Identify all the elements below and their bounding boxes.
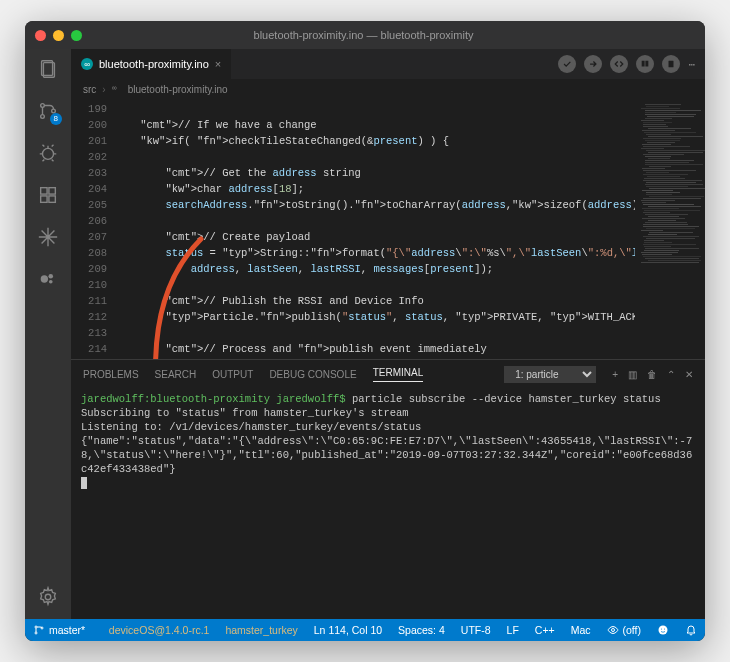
editor-window: bluetooth-proximity.ino — bluetooth-prox… <box>25 21 705 641</box>
tab-search[interactable]: SEARCH <box>155 369 197 380</box>
tab-output[interactable]: OUTPUT <box>212 369 253 380</box>
activity-bar: 8 <box>25 49 71 619</box>
terminal-picker[interactable]: 1: particle <box>504 366 596 383</box>
minimize-window-button[interactable] <box>53 30 64 41</box>
star-icon[interactable] <box>36 225 60 249</box>
maximize-panel-icon[interactable]: ⌃ <box>667 369 675 380</box>
svg-rect-6 <box>41 188 47 194</box>
code-icon[interactable] <box>610 55 628 73</box>
source-control-icon[interactable]: 8 <box>36 99 60 123</box>
svg-point-18 <box>611 629 614 632</box>
feedback-icon[interactable] <box>649 619 677 641</box>
tab-problems[interactable]: PROBLEMS <box>83 369 139 380</box>
zoom-window-button[interactable] <box>71 30 82 41</box>
tab-label: bluetooth-proximity.ino <box>99 58 209 70</box>
device-os[interactable]: deviceOS@1.4.0-rc.1 <box>101 619 218 641</box>
scm-badge: 8 <box>50 113 62 125</box>
tab-file[interactable]: ∞ bluetooth-proximity.ino × <box>71 49 232 79</box>
preview-toggle[interactable]: (off) <box>599 619 649 641</box>
terminal-output[interactable]: jaredwolff:bluetooth-proximity jaredwolf… <box>71 388 705 619</box>
tab-terminal[interactable]: TERMINAL <box>373 367 424 382</box>
tab-bar: ∞ bluetooth-proximity.ino × ⋯ <box>71 49 705 79</box>
new-terminal-icon[interactable]: + <box>612 369 618 380</box>
svg-point-11 <box>48 274 53 279</box>
particle-icon[interactable] <box>36 267 60 291</box>
extensions-icon[interactable] <box>36 183 60 207</box>
arduino-file-icon: ∞ <box>112 84 122 94</box>
editor-toolbar: ⋯ <box>232 49 705 79</box>
svg-rect-8 <box>41 196 47 202</box>
svg-point-16 <box>35 632 37 634</box>
svg-point-12 <box>49 280 53 284</box>
tab-close-icon[interactable]: × <box>215 58 221 70</box>
window-title: bluetooth-proximity.ino — bluetooth-prox… <box>82 29 645 41</box>
eol[interactable]: LF <box>499 619 527 641</box>
panel-tabs: PROBLEMS SEARCH OUTPUT DEBUG CONSOLE TER… <box>71 360 705 388</box>
language-mode[interactable]: C++ <box>527 619 563 641</box>
svg-rect-9 <box>49 196 55 202</box>
book-icon[interactable] <box>636 55 654 73</box>
code-area[interactable]: "cmt">// If we have a change "kw">if( "f… <box>115 99 635 359</box>
close-window-button[interactable] <box>35 30 46 41</box>
notifications-bell-icon[interactable] <box>677 619 705 641</box>
more-icon[interactable]: ⋯ <box>688 58 695 71</box>
arduino-file-icon: ∞ <box>81 58 93 70</box>
verify-icon[interactable] <box>558 55 576 73</box>
platform[interactable]: Mac <box>563 619 599 641</box>
editor-main: ∞ bluetooth-proximity.ino × ⋯ src › ∞ bl… <box>71 49 705 619</box>
breadcrumb[interactable]: src › ∞ bluetooth-proximity.ino <box>71 79 705 99</box>
app-body: 8 ∞ bluetooth-prox <box>25 49 705 619</box>
svg-rect-14 <box>669 61 674 68</box>
debug-icon[interactable] <box>36 141 60 165</box>
minimap[interactable] <box>635 99 705 359</box>
target-device[interactable]: hamster_turkey <box>217 619 305 641</box>
indent[interactable]: Spaces: 4 <box>390 619 453 641</box>
git-branch[interactable]: master* <box>25 619 93 641</box>
svg-point-20 <box>661 629 662 630</box>
close-panel-icon[interactable]: ✕ <box>685 369 693 380</box>
tab-debug-console[interactable]: DEBUG CONSOLE <box>269 369 356 380</box>
traffic-lights <box>35 30 82 41</box>
settings-gear-icon[interactable] <box>36 585 60 609</box>
svg-point-19 <box>659 626 668 635</box>
upload-icon[interactable] <box>584 55 602 73</box>
svg-point-5 <box>43 148 54 159</box>
split-terminal-icon[interactable]: ▥ <box>628 369 637 380</box>
svg-point-13 <box>45 594 51 600</box>
chevron-right-icon: › <box>102 84 105 95</box>
breadcrumb-folder[interactable]: src <box>83 84 96 95</box>
titlebar: bluetooth-proximity.ino — bluetooth-prox… <box>25 21 705 49</box>
svg-point-10 <box>41 275 48 282</box>
line-gutter: 1992002012022032042052062072082092102112… <box>71 99 115 359</box>
svg-point-2 <box>41 104 45 108</box>
explorer-icon[interactable] <box>36 57 60 81</box>
breadcrumb-file[interactable]: bluetooth-proximity.ino <box>128 84 228 95</box>
status-bar: master* deviceOS@1.4.0-rc.1 hamster_turk… <box>25 619 705 641</box>
doc-icon[interactable] <box>662 55 680 73</box>
cursor-position[interactable]: Ln 114, Col 10 <box>306 619 390 641</box>
bottom-panel: PROBLEMS SEARCH OUTPUT DEBUG CONSOLE TER… <box>71 359 705 619</box>
svg-rect-7 <box>49 188 55 194</box>
kill-terminal-icon[interactable]: 🗑 <box>647 369 657 380</box>
svg-point-21 <box>664 629 665 630</box>
svg-point-3 <box>41 115 45 119</box>
svg-point-15 <box>35 626 37 628</box>
code-editor[interactable]: 1992002012022032042052062072082092102112… <box>71 99 705 359</box>
encoding[interactable]: UTF-8 <box>453 619 499 641</box>
